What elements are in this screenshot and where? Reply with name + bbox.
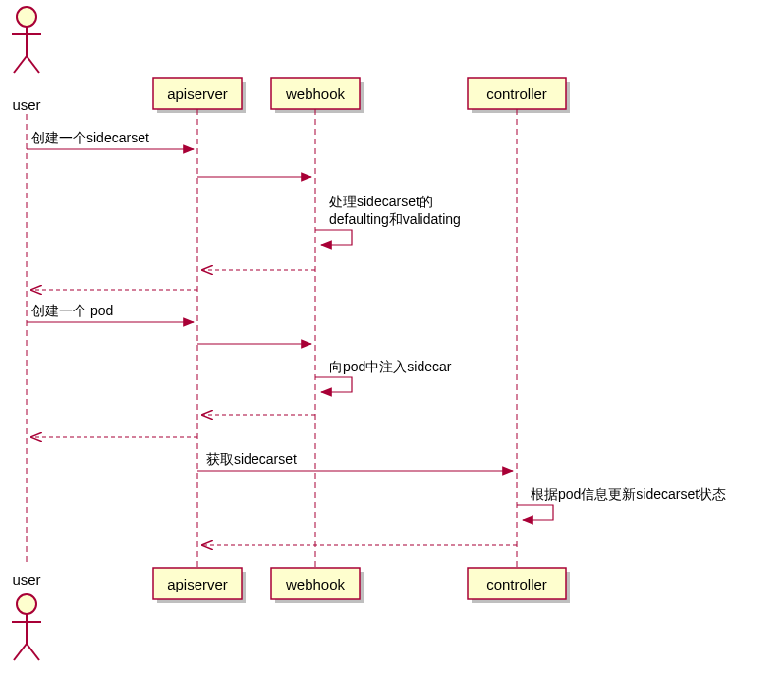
participant-controller-label-top: controller xyxy=(486,85,547,102)
participant-controller-label-bottom: controller xyxy=(486,576,547,592)
svg-point-0 xyxy=(17,7,36,27)
participant-apiserver-label-bottom: apiserver xyxy=(167,576,228,592)
svg-line-3 xyxy=(14,56,27,73)
msg-create-pod-label: 创建一个 pod xyxy=(31,303,113,318)
msg-update-status-label: 根据pod信息更新sidecarset状态 xyxy=(531,486,726,502)
msg-webhook-self-2 xyxy=(315,377,352,392)
participant-webhook-label-bottom: webhook xyxy=(285,576,346,592)
actor-user-label-top: user xyxy=(12,96,40,113)
msg-webhook-self-1 xyxy=(315,230,352,245)
svg-line-20 xyxy=(14,644,27,660)
msg-create-sidecarset-label: 创建一个sidecarset xyxy=(31,130,149,145)
msg-controller-self xyxy=(517,505,553,520)
participant-apiserver-label-top: apiserver xyxy=(167,85,228,102)
svg-line-4 xyxy=(27,56,39,73)
sequence-diagram: user apiserver webhook controller 创建一个si… xyxy=(0,0,784,677)
msg-process-sidecarset-label-1: 处理sidecarset的 xyxy=(329,194,433,209)
participant-controller-bottom: controller xyxy=(468,568,570,603)
actor-user-bottom: user xyxy=(12,571,41,660)
actor-user-top: user xyxy=(12,7,41,113)
participant-apiserver-top: apiserver xyxy=(153,78,246,113)
participant-webhook-top: webhook xyxy=(271,78,364,113)
participant-apiserver-bottom: apiserver xyxy=(153,568,246,603)
svg-point-17 xyxy=(17,594,36,614)
msg-inject-sidecar-label: 向pod中注入sidecar xyxy=(329,359,452,374)
participant-controller-top: controller xyxy=(468,78,570,113)
msg-process-sidecarset-label-2: defaulting和validating xyxy=(329,211,461,227)
actor-user-label-bottom: user xyxy=(12,571,40,588)
participant-webhook-bottom: webhook xyxy=(271,568,364,603)
svg-line-21 xyxy=(27,644,39,660)
participant-webhook-label-top: webhook xyxy=(285,85,346,102)
msg-get-sidecarset-label: 获取sidecarset xyxy=(206,451,297,467)
